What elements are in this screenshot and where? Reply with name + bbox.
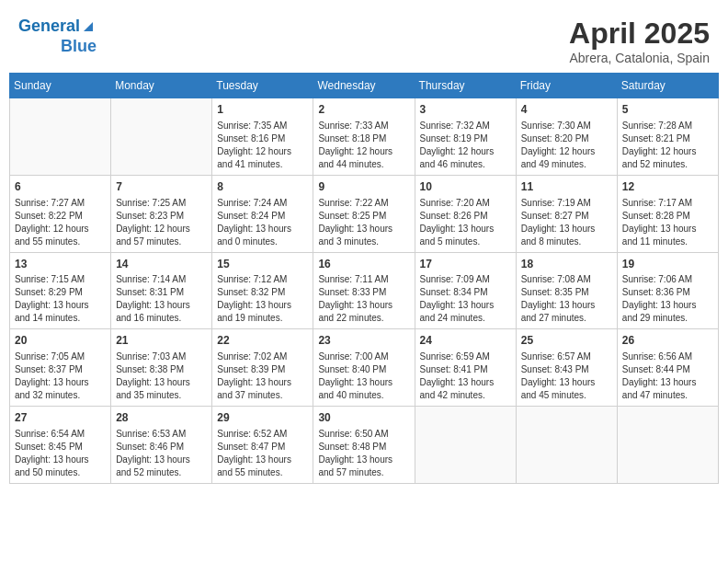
day-number: 15 (217, 257, 308, 272)
calendar-week-row: 1Sunrise: 7:35 AMSunset: 8:16 PMDaylight… (10, 98, 719, 176)
day-info: Sunrise: 6:54 AMSunset: 8:45 PMDaylight:… (15, 428, 106, 479)
day-info: Sunrise: 7:09 AMSunset: 8:34 PMDaylight:… (420, 273, 511, 325)
day-number: 27 (15, 410, 106, 426)
location: Abrera, Catalonia, Spain (569, 51, 710, 65)
calendar-cell: 18Sunrise: 7:08 AMSunset: 8:35 PMDayligh… (516, 252, 617, 329)
day-info: Sunrise: 6:52 AMSunset: 8:47 PMDaylight:… (217, 428, 308, 479)
day-number: 30 (318, 410, 409, 426)
calendar-cell: 29Sunrise: 6:52 AMSunset: 8:47 PMDayligh… (212, 407, 313, 484)
day-number: 19 (622, 257, 713, 272)
day-info: Sunrise: 7:11 AMSunset: 8:33 PMDaylight:… (318, 273, 409, 325)
day-info: Sunrise: 7:33 AMSunset: 8:18 PMDaylight:… (318, 120, 409, 171)
day-number: 11 (521, 179, 612, 195)
logo-text-general: General (18, 17, 80, 37)
day-info: Sunrise: 6:50 AMSunset: 8:48 PMDaylight:… (318, 428, 409, 479)
weekday-header: Wednesday (313, 74, 415, 98)
day-number: 8 (217, 179, 308, 195)
day-number: 16 (318, 257, 409, 272)
weekday-header: Saturday (617, 74, 718, 98)
logo-text-blue: Blue (61, 37, 97, 57)
calendar-cell (617, 407, 718, 484)
day-number: 6 (15, 179, 106, 195)
day-number: 17 (420, 257, 511, 272)
weekday-header: Thursday (415, 74, 516, 98)
page-header: General Blue April 2025 Abrera, Cataloni… (9, 9, 719, 69)
day-info: Sunrise: 7:19 AMSunset: 8:27 PMDaylight:… (521, 197, 612, 248)
calendar-cell: 15Sunrise: 7:12 AMSunset: 8:32 PMDayligh… (212, 252, 313, 329)
day-info: Sunrise: 6:53 AMSunset: 8:46 PMDaylight:… (116, 428, 207, 479)
day-info: Sunrise: 7:14 AMSunset: 8:31 PMDaylight:… (116, 273, 207, 325)
day-number: 25 (521, 333, 612, 349)
calendar-cell (10, 98, 111, 176)
day-info: Sunrise: 7:22 AMSunset: 8:25 PMDaylight:… (318, 197, 409, 248)
day-info: Sunrise: 7:06 AMSunset: 8:36 PMDaylight:… (622, 273, 713, 325)
calendar-header-row: SundayMondayTuesdayWednesdayThursdayFrid… (10, 74, 719, 98)
day-info: Sunrise: 7:17 AMSunset: 8:28 PMDaylight:… (622, 197, 713, 248)
month-title: April 2025 (569, 17, 710, 51)
calendar-cell: 9Sunrise: 7:22 AMSunset: 8:25 PMDaylight… (313, 175, 415, 252)
day-info: Sunrise: 7:28 AMSunset: 8:21 PMDaylight:… (622, 120, 713, 171)
day-number: 10 (420, 179, 511, 195)
calendar-cell: 26Sunrise: 6:56 AMSunset: 8:44 PMDayligh… (617, 329, 718, 407)
day-number: 24 (420, 333, 511, 349)
weekday-header: Friday (516, 74, 617, 98)
calendar-cell: 10Sunrise: 7:20 AMSunset: 8:26 PMDayligh… (415, 175, 516, 252)
calendar-cell: 1Sunrise: 7:35 AMSunset: 8:16 PMDaylight… (212, 98, 313, 176)
calendar-cell: 3Sunrise: 7:32 AMSunset: 8:19 PMDaylight… (415, 98, 516, 176)
calendar-cell (516, 407, 617, 484)
day-info: Sunrise: 6:59 AMSunset: 8:41 PMDaylight:… (420, 350, 511, 402)
day-info: Sunrise: 7:02 AMSunset: 8:39 PMDaylight:… (217, 350, 308, 402)
calendar-cell: 8Sunrise: 7:24 AMSunset: 8:24 PMDaylight… (212, 175, 313, 252)
day-number: 4 (521, 102, 612, 118)
day-number: 22 (217, 333, 308, 349)
weekday-header: Sunday (10, 74, 111, 98)
day-number: 28 (116, 410, 207, 426)
calendar-cell: 16Sunrise: 7:11 AMSunset: 8:33 PMDayligh… (313, 252, 415, 329)
day-number: 1 (217, 102, 308, 118)
day-info: Sunrise: 6:56 AMSunset: 8:44 PMDaylight:… (622, 350, 713, 402)
day-info: Sunrise: 7:32 AMSunset: 8:19 PMDaylight:… (420, 120, 511, 171)
calendar-cell: 11Sunrise: 7:19 AMSunset: 8:27 PMDayligh… (516, 175, 617, 252)
calendar-cell: 14Sunrise: 7:14 AMSunset: 8:31 PMDayligh… (111, 252, 212, 329)
calendar-week-row: 6Sunrise: 7:27 AMSunset: 8:22 PMDaylight… (10, 175, 719, 252)
calendar-cell: 7Sunrise: 7:25 AMSunset: 8:23 PMDaylight… (111, 175, 212, 252)
calendar-cell: 25Sunrise: 6:57 AMSunset: 8:43 PMDayligh… (516, 329, 617, 407)
day-info: Sunrise: 7:30 AMSunset: 8:20 PMDaylight:… (521, 120, 612, 171)
calendar-cell: 6Sunrise: 7:27 AMSunset: 8:22 PMDaylight… (10, 175, 111, 252)
calendar-cell (111, 98, 212, 176)
day-number: 7 (116, 179, 207, 195)
calendar-cell: 12Sunrise: 7:17 AMSunset: 8:28 PMDayligh… (617, 175, 718, 252)
day-info: Sunrise: 7:05 AMSunset: 8:37 PMDaylight:… (15, 350, 106, 402)
calendar-cell: 2Sunrise: 7:33 AMSunset: 8:18 PMDaylight… (313, 98, 415, 176)
calendar-cell: 13Sunrise: 7:15 AMSunset: 8:29 PMDayligh… (10, 252, 111, 329)
day-info: Sunrise: 7:35 AMSunset: 8:16 PMDaylight:… (217, 120, 308, 171)
day-number: 3 (420, 102, 511, 118)
day-info: Sunrise: 7:27 AMSunset: 8:22 PMDaylight:… (15, 197, 106, 248)
calendar-cell: 22Sunrise: 7:02 AMSunset: 8:39 PMDayligh… (212, 329, 313, 407)
day-info: Sunrise: 7:20 AMSunset: 8:26 PMDaylight:… (420, 197, 511, 248)
day-info: Sunrise: 7:15 AMSunset: 8:29 PMDaylight:… (15, 273, 106, 325)
logo: General Blue (18, 17, 97, 56)
day-number: 20 (15, 333, 106, 349)
calendar-week-row: 20Sunrise: 7:05 AMSunset: 8:37 PMDayligh… (10, 329, 719, 407)
weekday-header: Monday (111, 74, 212, 98)
day-number: 29 (217, 410, 308, 426)
calendar-cell: 4Sunrise: 7:30 AMSunset: 8:20 PMDaylight… (516, 98, 617, 176)
day-info: Sunrise: 7:24 AMSunset: 8:24 PMDaylight:… (217, 197, 308, 248)
calendar-cell: 28Sunrise: 6:53 AMSunset: 8:46 PMDayligh… (111, 407, 212, 484)
day-info: Sunrise: 7:12 AMSunset: 8:32 PMDaylight:… (217, 273, 308, 325)
day-number: 14 (116, 257, 207, 272)
day-number: 2 (318, 102, 409, 118)
day-number: 21 (116, 333, 207, 349)
calendar-cell: 21Sunrise: 7:03 AMSunset: 8:38 PMDayligh… (111, 329, 212, 407)
day-info: Sunrise: 6:57 AMSunset: 8:43 PMDaylight:… (521, 350, 612, 402)
day-info: Sunrise: 7:03 AMSunset: 8:38 PMDaylight:… (116, 350, 207, 402)
calendar-cell: 24Sunrise: 6:59 AMSunset: 8:41 PMDayligh… (415, 329, 516, 407)
day-info: Sunrise: 7:00 AMSunset: 8:40 PMDaylight:… (318, 350, 409, 402)
calendar-cell: 23Sunrise: 7:00 AMSunset: 8:40 PMDayligh… (313, 329, 415, 407)
svg-marker-0 (84, 22, 93, 31)
day-number: 26 (622, 333, 713, 349)
day-number: 18 (521, 257, 612, 272)
calendar-cell (415, 407, 516, 484)
weekday-header: Tuesday (212, 74, 313, 98)
